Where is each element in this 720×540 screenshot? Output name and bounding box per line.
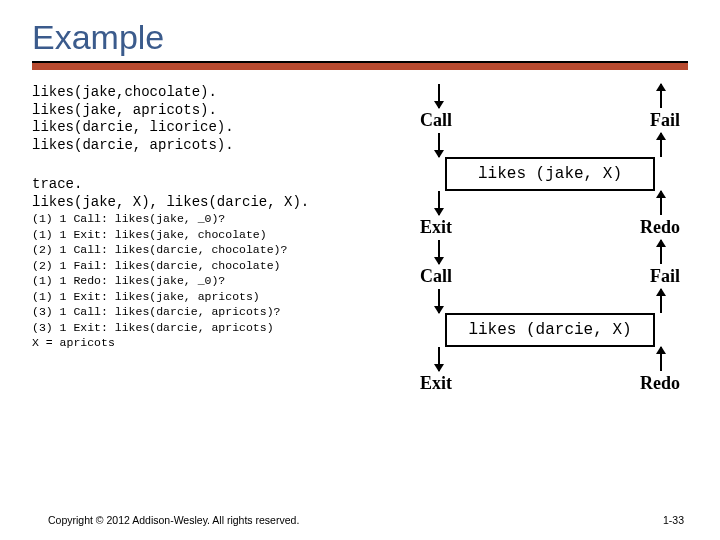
arrow-down-icon (438, 84, 440, 108)
port-exit: Exit (420, 373, 452, 394)
arrow-up-icon (660, 84, 662, 108)
left-column: likes(jake,chocolate). likes(jake, apric… (32, 84, 402, 396)
byrd-box-1: likes (jake, X) (445, 157, 655, 191)
slide-title: Example (32, 18, 688, 57)
prolog-trace: (1) 1 Call: likes(jake, _0)? (1) 1 Exit:… (32, 211, 402, 351)
arrow-up-icon (660, 289, 662, 313)
arrow-down-icon (438, 347, 440, 371)
page-number: 1-33 (663, 514, 684, 526)
arrow-up-icon (660, 191, 662, 215)
port-fail: Fail (650, 266, 680, 287)
port-call: Call (420, 110, 452, 131)
arrow-up-icon (660, 133, 662, 157)
port-redo: Redo (640, 217, 680, 238)
arrow-down-icon (438, 133, 440, 157)
arrow-down-icon (438, 240, 440, 264)
diagram: CallFail likes (jake, X) ExitRedo CallFa… (420, 84, 680, 396)
port-call: Call (420, 266, 452, 287)
prolog-facts: likes(jake,chocolate). likes(jake, apric… (32, 84, 402, 154)
prolog-query: trace. likes(jake, X), likes(darcie, X). (32, 176, 402, 211)
port-fail: Fail (650, 110, 680, 131)
port-exit: Exit (420, 217, 452, 238)
copyright-text: Copyright © 2012 Addison-Wesley. All rig… (48, 514, 299, 526)
arrow-up-icon (660, 240, 662, 264)
arrow-down-icon (438, 289, 440, 313)
divider-accent (32, 63, 688, 70)
port-redo: Redo (640, 373, 680, 394)
arrow-up-icon (660, 347, 662, 371)
arrow-down-icon (438, 191, 440, 215)
byrd-box-2: likes (darcie, X) (445, 313, 655, 347)
